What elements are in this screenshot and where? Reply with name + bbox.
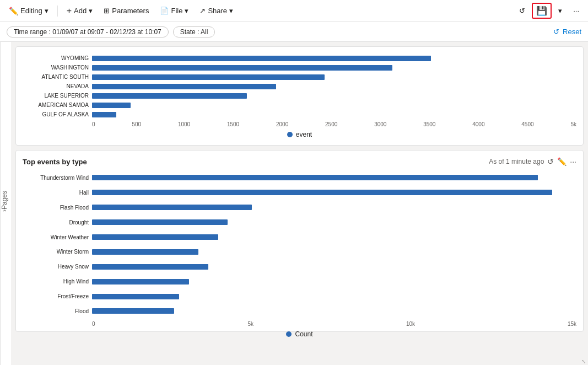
bar-fill — [92, 103, 131, 108]
bottom-legend-label: Count — [295, 330, 312, 338]
x-axis-label: 2500 — [325, 121, 337, 127]
table-row: ATLANTIC SOUTH — [23, 73, 576, 82]
bar-fill — [92, 175, 538, 180]
bar-track — [92, 84, 576, 89]
bar-track — [92, 93, 576, 99]
top-legend-label: event — [296, 131, 312, 138]
bar-track — [92, 234, 576, 240]
file-button[interactable]: 📄 File ▾ — [155, 4, 193, 17]
top-bars-area: WYOMING WASHINGTON ATLANTIC SOUTH NEVADA… — [23, 53, 576, 119]
chevron-down-icon-3: ▾ — [185, 7, 188, 15]
x-axis-label: 5k — [570, 121, 576, 127]
pages-label: Pages — [1, 191, 8, 210]
filter-bar: Time range : 01/09/07 at 09:07 - 02/12/2… — [0, 22, 588, 42]
more-options-button[interactable]: ··· — [569, 4, 584, 17]
toolbar-right: ↺ 💾 ▾ ··· — [515, 3, 584, 19]
add-label: Add — [74, 7, 87, 15]
table-row: Heavy Snow — [23, 262, 576, 271]
table-row: Drought — [23, 218, 576, 227]
bar-fill — [92, 56, 431, 61]
plus-icon: + — [67, 6, 72, 16]
bar-label: NEVADA — [23, 83, 89, 89]
bar-track — [92, 219, 576, 225]
x-axis-label: 2000 — [276, 121, 288, 127]
bottom-chart-title: Top events by type — [23, 158, 87, 166]
table-row: WASHINGTON — [23, 63, 576, 72]
more-chart-icon[interactable]: ··· — [570, 157, 576, 166]
time-range-filter[interactable]: Time range : 01/09/07 at 09:07 - 02/12/2… — [7, 26, 169, 37]
share-icon: ↗ — [199, 7, 206, 15]
x-axis-label: 5k — [247, 321, 253, 327]
refresh-button[interactable]: ↺ — [515, 4, 530, 17]
toolbar-divider-1 — [57, 6, 58, 17]
bottom-chart-body: Thunderstorm Wind Hail Flash Flood Droug… — [23, 170, 576, 338]
pages-arrow: › — [1, 210, 8, 212]
bar-track — [92, 112, 576, 117]
bar-track — [92, 279, 576, 285]
resize-handle[interactable]: ⤡ — [581, 358, 588, 365]
top-legend: event — [23, 131, 576, 138]
bar-fill — [92, 84, 276, 89]
bar-fill — [92, 279, 189, 285]
bar-label: AMERICAN SAMOA — [23, 102, 89, 108]
main-layout: › Pages WYOMING WASHINGTON ATLANTIC SOUT… — [0, 42, 588, 365]
bar-label: LAKE SUPERIOR — [23, 93, 89, 99]
table-row: High Wind — [23, 277, 576, 286]
table-row: Frost/Freeze — [23, 292, 576, 301]
table-row: Hail — [23, 188, 576, 197]
table-row: Thunderstorm Wind — [23, 173, 576, 182]
ellipsis-icon: ··· — [573, 7, 579, 15]
bar-label: High Wind — [23, 278, 89, 285]
pages-sidebar[interactable]: › Pages — [0, 42, 11, 365]
share-button[interactable]: ↗ Share ▾ — [195, 4, 238, 17]
edit-chart-icon[interactable]: ✏️ — [557, 157, 567, 166]
time-range-label: Time range : 01/09/07 at 09:07 - 02/12/2… — [14, 28, 161, 36]
table-row: NEVADA — [23, 82, 576, 91]
table-row: Winter Storm — [23, 248, 576, 256]
save-icon: 💾 — [536, 6, 547, 16]
x-axis-label: 0 — [92, 121, 95, 127]
x-axis-label: 4000 — [472, 121, 484, 127]
bar-track — [92, 264, 576, 270]
refresh-icon: ↺ — [519, 7, 525, 15]
bar-fill — [92, 65, 392, 71]
share-label: Share — [208, 7, 227, 15]
editing-button[interactable]: ✏️ Editing ▾ — [4, 4, 53, 18]
bar-label: WASHINGTON — [23, 65, 89, 71]
state-filter[interactable]: State : All — [173, 26, 215, 37]
toolbar-left: ✏️ Editing ▾ + Add ▾ ⊞ Parameters 📄 File… — [4, 4, 515, 18]
bar-label: Flood — [23, 308, 89, 314]
content-area: WYOMING WASHINGTON ATLANTIC SOUTH NEVADA… — [11, 42, 588, 365]
bottom-bars-area: Thunderstorm Wind Hail Flash Flood Droug… — [23, 170, 576, 319]
x-axis-label: 1500 — [227, 121, 239, 127]
refresh-chart-icon[interactable]: ↺ — [547, 157, 554, 166]
table-row: WYOMING — [23, 54, 576, 63]
bar-label: Winter Weather — [23, 234, 89, 240]
chevron-button[interactable]: ▾ — [554, 4, 567, 17]
bar-label: Winter Storm — [23, 249, 89, 255]
bottom-legend-dot — [286, 331, 292, 337]
top-legend-dot — [287, 132, 293, 137]
add-button[interactable]: + Add ▾ — [62, 4, 97, 18]
bar-fill — [92, 219, 228, 225]
parameters-button[interactable]: ⊞ Parameters — [99, 4, 153, 17]
chevron-down-icon-5: ▾ — [558, 7, 562, 15]
bar-track — [92, 103, 576, 108]
bottom-chart-meta-text: As of 1 minute ago — [489, 158, 544, 165]
bar-fill — [92, 308, 174, 314]
edit-icon: ✏️ — [9, 7, 18, 15]
bottom-x-axis: 05k10k15k — [23, 319, 576, 327]
bar-track — [92, 56, 576, 61]
bar-label: GULF OF ALASKA — [23, 111, 89, 117]
bar-fill — [92, 205, 252, 210]
x-axis-label: 3500 — [423, 121, 435, 127]
save-button[interactable]: 💾 — [532, 3, 552, 19]
x-axis-label: 1000 — [178, 121, 190, 127]
bar-track — [92, 74, 576, 80]
bar-fill — [92, 264, 208, 270]
bar-track — [92, 249, 576, 255]
bar-track — [92, 205, 576, 210]
table-row: Flash Flood — [23, 203, 576, 212]
bottom-chart-header: Top events by type As of 1 minute ago ↺ … — [23, 157, 576, 166]
bar-fill — [92, 112, 116, 117]
